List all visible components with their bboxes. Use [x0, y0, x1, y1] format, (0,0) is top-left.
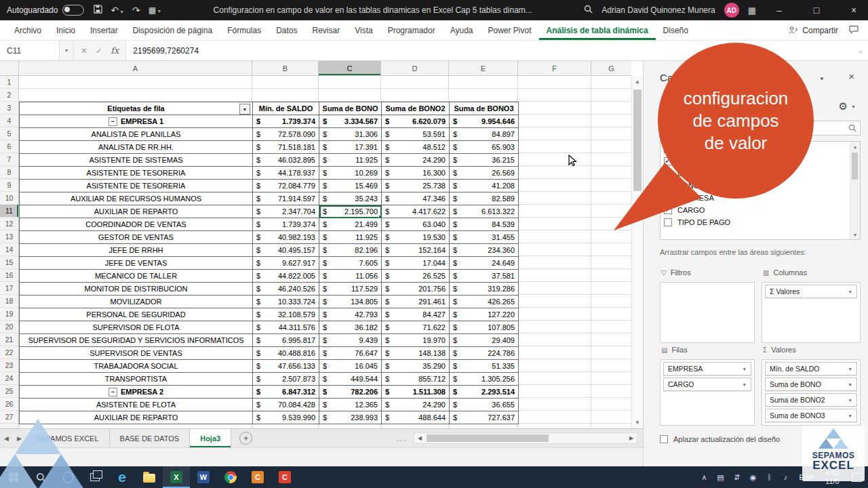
column-header[interactable]: B [252, 61, 319, 75]
row-header[interactable]: 13 [0, 230, 18, 243]
value-cell[interactable]: $26.525 [382, 270, 450, 283]
area-field-pill[interactable]: Suma de BONO3 [765, 409, 857, 422]
value-cell[interactable]: $488.644 [382, 411, 450, 424]
column-header[interactable]: A [19, 61, 252, 75]
row-header[interactable]: 22 [0, 346, 18, 359]
ribbon-tab[interactable]: Análisis de tabla dinámica [539, 20, 656, 40]
value-cell[interactable]: $10.333.724 [253, 296, 319, 308]
row-header[interactable]: 25 [0, 385, 18, 398]
value-cell[interactable]: $31.455 [450, 231, 519, 244]
column-header[interactable]: D [381, 61, 449, 75]
tools-button[interactable]: ⚙ ▼ [839, 100, 856, 113]
tray-icon[interactable]: ▤ [713, 473, 729, 482]
row-header[interactable]: 14 [0, 243, 18, 256]
enter-icon[interactable]: ✓ [96, 46, 102, 56]
value-cell[interactable]: $134.805 [319, 296, 382, 308]
value-cell[interactable]: $35.243 [319, 192, 382, 205]
value-cell[interactable]: $117.529 [319, 283, 382, 296]
value-cell[interactable]: $1.511.308 [382, 386, 450, 399]
collapse-toggle[interactable] [108, 117, 117, 126]
ribbon-tab[interactable]: Inicio [49, 20, 83, 40]
value-cell[interactable]: $72.578.090 [253, 128, 319, 141]
name-box-dropdown-icon[interactable]: ▼ [60, 41, 74, 60]
value-cell[interactable]: $201.756 [382, 283, 450, 296]
row-header[interactable]: 27 [0, 411, 18, 424]
field-item[interactable]: CARGO [660, 204, 860, 216]
row-header[interactable]: 11 [0, 205, 18, 218]
row-label-cell[interactable]: PERSONAL DE SEGURIDAD [20, 308, 253, 321]
scroll-thumb[interactable] [852, 152, 858, 180]
value-cell[interactable]: $32.108.579 [253, 308, 319, 321]
values-area[interactable]: Mín. de SALDO Suma de BONO Suma de BONO2… [762, 359, 861, 426]
value-cell[interactable]: $51.335 [450, 360, 519, 373]
tray-icon[interactable]: ⇵ [729, 473, 745, 482]
value-cell[interactable]: $107.805 [450, 321, 519, 334]
ribbon-tab[interactable]: Diseño [656, 20, 696, 40]
value-cell[interactable]: $36.182 [319, 321, 382, 334]
field-item[interactable]: TIPO DE PAGO [660, 216, 860, 228]
field-list-scrollbar[interactable]: ▲ ▼ [850, 142, 860, 239]
value-cell[interactable]: $71.914.597 [253, 192, 319, 205]
value-cell[interactable]: $24.649 [450, 257, 519, 270]
value-cell[interactable]: $10.269 [319, 167, 382, 180]
cancel-icon[interactable]: ✕ [81, 46, 87, 56]
sheet-tab[interactable]: BASE DE DATOS [110, 429, 191, 447]
search-icon[interactable] [584, 5, 593, 16]
close-button[interactable]: × [840, 0, 868, 20]
value-cell[interactable]: $238.993 [319, 411, 382, 424]
taskbar-app-icon[interactable]: C [244, 466, 271, 488]
ribbon-tab[interactable]: Insertar [83, 20, 125, 40]
value-cell[interactable]: $76.647 [319, 347, 382, 360]
scroll-down-icon[interactable]: ▼ [850, 230, 860, 239]
value-cell[interactable]: $84.897 [450, 128, 519, 141]
value-cell[interactable]: $224.786 [450, 347, 519, 360]
value-cell[interactable]: $71.622 [382, 321, 450, 334]
value-cell[interactable]: $319.286 [450, 283, 519, 296]
value-cell[interactable]: $6.613.322 [450, 205, 519, 218]
column-header[interactable]: F [518, 61, 591, 75]
scroll-down-icon[interactable]: ▼ [632, 417, 643, 428]
value-cell[interactable]: $9.627.917 [253, 257, 319, 270]
row-label-cell[interactable]: SUPERVISOR DE FLOTA [20, 321, 253, 334]
pivot-header-cell[interactable]: Suma de BONO2 [382, 102, 450, 115]
row-label-cell[interactable]: AUXILIAR DE REPARTO [20, 205, 253, 218]
value-cell[interactable]: $19.530 [382, 231, 450, 244]
pivot-header-cell[interactable]: Etiquetas de fila [20, 102, 253, 115]
value-cell[interactable]: $4.417.622 [382, 205, 450, 218]
row-header[interactable]: 26 [0, 398, 18, 411]
vertical-scrollbar[interactable]: ▲ ▼ [631, 76, 643, 428]
collapse-toggle[interactable] [108, 388, 117, 396]
row-label-cell[interactable]: ASISTENTE DE TESORERIA [20, 180, 253, 192]
row-header[interactable]: 10 [0, 192, 18, 205]
row-label-cell[interactable]: AUXILIAR DE REPARTO [20, 411, 253, 424]
value-cell[interactable]: $82.196 [319, 244, 382, 257]
value-cell[interactable]: $3.334.567 [319, 115, 382, 128]
row-header[interactable]: 6 [0, 140, 18, 153]
value-cell[interactable]: $2.347.704 [253, 205, 319, 218]
area-field-pill[interactable]: Σ Valores [765, 285, 857, 298]
pivot-header-cell[interactable]: Mín. de SALDO [253, 102, 319, 115]
value-cell[interactable]: $17.044 [382, 257, 450, 270]
row-label-cell[interactable]: MECANICO DE TALLER [20, 270, 253, 283]
area-field-pill[interactable]: CARGO [663, 378, 751, 391]
comments-icon[interactable] [849, 25, 859, 36]
row-label-cell[interactable]: EMPRESA 1 [20, 115, 253, 128]
value-cell[interactable]: $19.970 [382, 334, 450, 347]
value-cell[interactable]: $2.507.873 [253, 373, 319, 386]
row-header[interactable]: 3 [0, 102, 18, 115]
filters-area[interactable] [660, 282, 755, 343]
row-header[interactable]: 15 [0, 256, 18, 269]
autosave-control[interactable]: Autoguardado [0, 5, 91, 16]
value-cell[interactable]: $35.290 [382, 360, 450, 373]
defer-checkbox[interactable] [660, 435, 668, 443]
value-cell[interactable]: $36.655 [450, 399, 519, 411]
value-cell[interactable]: $291.461 [382, 296, 450, 308]
taskbar-app-icon[interactable] [136, 466, 163, 488]
value-cell[interactable]: $11.925 [319, 154, 382, 167]
share-button[interactable]: Compartir [789, 26, 838, 35]
row-header[interactable]: 1 [0, 76, 18, 89]
value-cell[interactable]: $127.220 [450, 308, 519, 321]
column-header[interactable]: E [449, 61, 518, 75]
cortana-icon[interactable] [54, 466, 81, 488]
row-header[interactable]: 7 [0, 153, 18, 166]
